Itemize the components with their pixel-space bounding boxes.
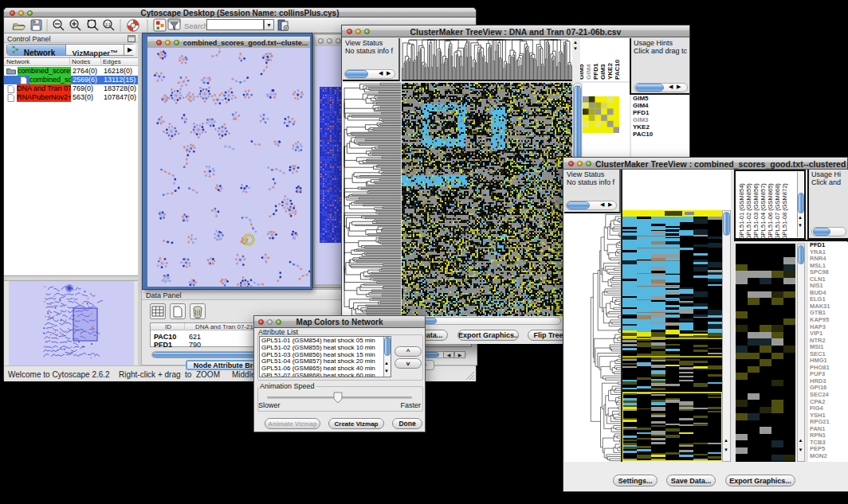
svg-text:GPL51-08 (GSM872): GPL51-08 (GSM872) — [781, 183, 788, 238]
svg-text:PFD1: PFD1 — [592, 63, 599, 80]
svg-text:PAC10: PAC10 — [614, 59, 621, 80]
svg-text:GIM3: GIM3 — [599, 64, 607, 80]
svg-text:1:1: 1:1 — [105, 22, 111, 27]
svg-text:GPL51-06 (GSM865): GPL51-06 (GSM865) — [767, 183, 774, 238]
svg-text:GIM4: GIM4 — [585, 64, 592, 80]
svg-text:GPL51-04 (GSM857): GPL51-04 (GSM857) — [760, 183, 767, 238]
svg-text:GPL51-07 (GSM868): GPL51-07 (GSM868) — [774, 183, 781, 238]
svg-text:GPL51-02 (GSM855): GPL51-02 (GSM855) — [745, 183, 752, 238]
svg-text:GPL51-01 (GSM854): GPL51-01 (GSM854) — [738, 183, 745, 238]
svg-text:YKE2: YKE2 — [607, 63, 614, 80]
svg-text:GPL51-03 (GSM856): GPL51-03 (GSM856) — [752, 183, 760, 238]
